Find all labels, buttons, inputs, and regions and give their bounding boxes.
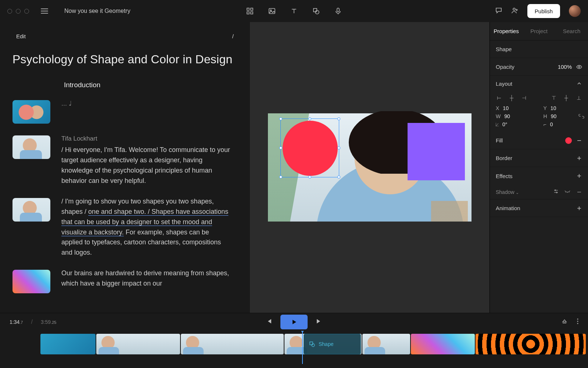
skip-back-icon[interactable]: [266, 318, 272, 326]
clip-thumbnail[interactable]: [12, 100, 50, 124]
svg-rect-16: [310, 342, 313, 345]
edit-button[interactable]: Edit: [16, 33, 26, 39]
svg-rect-3: [251, 12, 253, 14]
tab-project[interactable]: Project: [523, 28, 555, 34]
canvas[interactable]: [250, 22, 490, 313]
layout-header[interactable]: Layout: [490, 76, 588, 91]
slash-command[interactable]: /: [232, 33, 234, 39]
topbar-right: Publish: [495, 4, 581, 18]
timeline-track[interactable]: ... To communicate to your target audien…: [0, 331, 588, 364]
shape-clip[interactable]: Shape: [304, 334, 361, 354]
toolbar: [246, 7, 342, 15]
y-field[interactable]: Y10: [544, 105, 582, 111]
align-left-icon[interactable]: ⊢: [496, 95, 502, 101]
align-top-icon[interactable]: ⊤: [551, 95, 557, 101]
fill-row[interactable]: Fill: [490, 132, 588, 149]
script-block[interactable]: Tifa Lockhart / Hi everyone, I'm Tifa. W…: [61, 134, 230, 186]
section-title[interactable]: Introduction: [64, 81, 237, 89]
animation-row[interactable]: Animation: [490, 199, 588, 217]
skip-forward-icon[interactable]: [316, 318, 322, 326]
topbar: Now you see it Geometry Publish: [0, 0, 588, 22]
align-bottom-icon[interactable]: ⊥: [576, 95, 582, 101]
page-title[interactable]: Psychology of Shape and Color in Design: [12, 53, 237, 66]
align-controls: ⊢ ┼ ⊣ ⊤ ┼ ⊥: [490, 91, 588, 103]
shadow-visibility-icon[interactable]: [564, 189, 570, 195]
pause-marker[interactable]: ... ♩: [61, 99, 72, 124]
chevron-down-icon[interactable]: ⌄: [516, 190, 519, 195]
shadow-row[interactable]: Shadow ⌄: [490, 185, 588, 199]
shadow-settings-icon[interactable]: [553, 189, 559, 195]
grid-icon[interactable]: [246, 7, 254, 15]
clip-thumbnail[interactable]: [12, 270, 50, 293]
more-icon[interactable]: [577, 318, 578, 326]
x-field[interactable]: X10: [496, 105, 535, 111]
visibility-icon[interactable]: [576, 64, 582, 70]
radius-field[interactable]: ⌐0: [544, 121, 582, 127]
publish-button[interactable]: Publish: [527, 4, 560, 18]
chevron-up-icon[interactable]: [576, 81, 582, 86]
text-icon[interactable]: [290, 7, 298, 15]
comment-icon[interactable]: [495, 7, 502, 15]
add-user-icon[interactable]: [511, 7, 519, 15]
svg-point-7: [315, 10, 319, 14]
video-preview[interactable]: [268, 113, 472, 222]
mic-icon[interactable]: [334, 7, 342, 15]
svg-point-9: [513, 8, 515, 10]
svg-rect-4: [269, 8, 275, 14]
svg-point-11: [555, 190, 556, 191]
main: Edit / Psychology of Shape and Color in …: [0, 22, 588, 313]
link-wh-icon[interactable]: [578, 113, 584, 119]
tab-search[interactable]: Search: [555, 28, 588, 34]
play-button[interactable]: [280, 315, 308, 329]
svg-point-15: [577, 323, 578, 324]
tab-properties[interactable]: Properties: [490, 28, 523, 34]
selection-box[interactable]: [280, 118, 339, 177]
svg-point-12: [556, 192, 557, 193]
script-block[interactable]: Our brains are hardwired to derive meani…: [61, 268, 230, 293]
window-controls[interactable]: [7, 9, 29, 14]
document-title[interactable]: Now you see it Geometry: [64, 8, 130, 14]
user-avatar[interactable]: [569, 5, 581, 17]
opacity-row[interactable]: Opacity 100%: [490, 58, 588, 76]
remove-fill-icon[interactable]: [576, 138, 582, 144]
fill-swatch[interactable]: [565, 137, 572, 144]
svg-rect-1: [251, 8, 253, 10]
clip-thumbnail[interactable]: [12, 135, 50, 159]
add-border-icon[interactable]: [576, 155, 582, 161]
timeline-clip[interactable]: To communicate to your target audience..…: [181, 334, 284, 354]
w-field[interactable]: W90: [496, 113, 535, 119]
timeline-controls: 1:34.7 / 3:59.25: [0, 313, 588, 331]
timeline-clip[interactable]: [96, 334, 180, 354]
remove-shadow-icon[interactable]: [576, 189, 582, 195]
timeline-clip[interactable]: ...: [40, 334, 96, 354]
svg-point-14: [577, 321, 578, 322]
rotation-field[interactable]: ⟀0°: [496, 121, 535, 127]
add-effect-icon[interactable]: [576, 173, 582, 179]
align-center-h-icon[interactable]: ┼: [508, 95, 515, 101]
shape-icon[interactable]: [312, 7, 320, 15]
effects-header[interactable]: Effects: [490, 167, 588, 185]
image-icon[interactable]: [268, 7, 276, 15]
script-text[interactable]: / Hi everyone, I'm Tifa. Welcome! To com…: [61, 146, 230, 184]
align-right-icon[interactable]: ⊣: [521, 95, 527, 101]
transform-grid: X10 Y10 W90 H90 ⟀0° ⌐0: [490, 103, 588, 132]
clip-thumbnail[interactable]: [12, 198, 50, 222]
timeline-clip[interactable]: hardwired to derive meaning from shapes,…: [411, 334, 475, 354]
playhead[interactable]: [302, 331, 303, 364]
timeline-clip[interactable]: [362, 334, 410, 354]
svg-rect-6: [313, 8, 317, 12]
opacity-value[interactable]: 100%: [558, 64, 572, 70]
square-shape[interactable]: [408, 123, 465, 180]
current-time[interactable]: 1:34.7: [10, 319, 23, 325]
script-text[interactable]: Our brains are hardwired to derive meani…: [61, 269, 229, 287]
eject-icon[interactable]: [562, 318, 567, 326]
border-row[interactable]: Border: [490, 149, 588, 167]
align-center-v-icon[interactable]: ┼: [563, 95, 570, 101]
add-animation-icon[interactable]: [576, 205, 582, 211]
timeline-clip[interactable]: [476, 334, 586, 354]
script-block[interactable]: / I'm going to show you two shapes you t…: [61, 197, 230, 258]
h-field[interactable]: H90: [544, 113, 582, 119]
properties-panel: Properties Project Search Shape Opacity …: [490, 22, 588, 313]
svg-point-10: [578, 66, 580, 68]
menu-button[interactable]: [41, 8, 48, 14]
